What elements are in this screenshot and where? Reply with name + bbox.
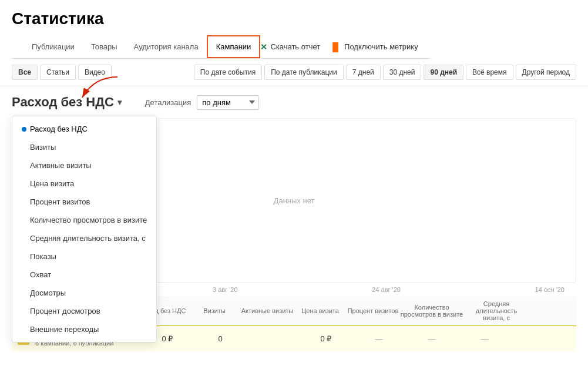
- metric-caret-icon: ▾: [117, 98, 122, 107]
- filter-all[interactable]: Все: [12, 65, 38, 80]
- dropdown-item-dosm[interactable]: Досмотры: [12, 284, 156, 302]
- main-nav: Публикации Товары Аудитория канала Кампа…: [12, 35, 430, 59]
- dropdown-item-reach[interactable]: Охват: [12, 266, 156, 284]
- date-90d[interactable]: 90 дней: [424, 65, 463, 80]
- tab-campaigns[interactable]: Кампании: [207, 35, 261, 58]
- dropdown-item-views-per-visit[interactable]: Количество просмотров в визите: [12, 211, 156, 229]
- metric-dropdown: Расход без НДС Визиты Активные визиты Це…: [12, 116, 157, 343]
- tab-publications[interactable]: Публикации: [23, 36, 83, 57]
- filter-articles[interactable]: Статьи: [40, 65, 76, 80]
- dropdown-item-expense[interactable]: Расход без НДС: [12, 120, 156, 138]
- chart-date-4: 14 сен '20: [535, 286, 565, 293]
- metric-title-button[interactable]: Расход без НДС ▾: [12, 95, 122, 110]
- excel-icon: ✕: [260, 42, 267, 52]
- chart-date-2: 3 авг '20: [213, 286, 238, 293]
- filter-video[interactable]: Видео: [78, 65, 112, 80]
- footer-views-per-visit: —: [405, 334, 458, 343]
- col-header-visit-price: Цена визита: [294, 307, 347, 314]
- download-report-button[interactable]: ✕ Скачать отчет: [260, 42, 320, 52]
- footer-visit-price: 0 ₽: [300, 334, 352, 343]
- footer-visits: 0: [194, 334, 247, 343]
- page-title: Статистика: [12, 9, 576, 28]
- date-by-pub[interactable]: По дате публикации: [264, 65, 344, 80]
- detail-label: Детализация: [145, 98, 191, 107]
- date-custom[interactable]: Другой период: [516, 65, 576, 80]
- date-7d[interactable]: 7 дней: [346, 65, 381, 80]
- date-by-event[interactable]: По дате события: [194, 65, 262, 80]
- dropdown-item-dosm-percent[interactable]: Процент досмотров: [12, 302, 156, 320]
- footer-avg-duration: —: [458, 334, 511, 343]
- dropdown-item-active-visits[interactable]: Активные визиты: [12, 156, 156, 174]
- col-header-visits: Визиты: [188, 307, 241, 314]
- download-report-label: Скачать отчет: [270, 42, 320, 51]
- dropdown-item-shows[interactable]: Показы: [12, 247, 156, 266]
- tab-goods[interactable]: Товары: [83, 36, 126, 57]
- metric-selector: Расход без НДС ▾ Детализация по дням по …: [12, 95, 576, 110]
- dropdown-item-visit-price[interactable]: Цена визита: [12, 174, 156, 193]
- metric-current-label: Расход без НДС: [12, 95, 114, 110]
- connect-metrica-button[interactable]: ▐▌ Подключить метрику: [330, 42, 418, 52]
- col-header-avg-duration: Средняя длительность визита, с: [464, 300, 529, 321]
- dropdown-item-ext-clicks[interactable]: Внешние переходы: [12, 320, 156, 338]
- detail-select[interactable]: по дням по неделям по месяцам: [197, 95, 259, 110]
- toolbar: Все Статьи Видео По дате события По дате…: [0, 59, 588, 86]
- tab-audience[interactable]: Аудитория канала: [126, 36, 207, 57]
- no-data-label: Данных нет: [274, 196, 315, 205]
- col-header-active-visits: Активные визиты: [241, 307, 294, 314]
- chart-date-3: 24 авг '20: [372, 286, 401, 293]
- col-header-views-per-visit: Количество просмотров в визите: [399, 304, 464, 318]
- col-header-visit-percent: Процент визитов: [347, 307, 399, 314]
- dropdown-item-avg-duration[interactable]: Средняя длительность визита, с: [12, 229, 156, 247]
- metrica-icon: ▐▌: [330, 42, 341, 52]
- selected-dot-icon: [22, 127, 26, 132]
- footer-visit-percent: —: [352, 334, 405, 343]
- dropdown-item-visit-percent[interactable]: Процент визитов: [12, 193, 156, 211]
- date-30d[interactable]: 30 дней: [383, 65, 422, 80]
- dropdown-item-visits[interactable]: Визиты: [12, 138, 156, 156]
- connect-metrica-label: Подключить метрику: [344, 42, 418, 51]
- date-alltime[interactable]: Всё время: [466, 65, 513, 80]
